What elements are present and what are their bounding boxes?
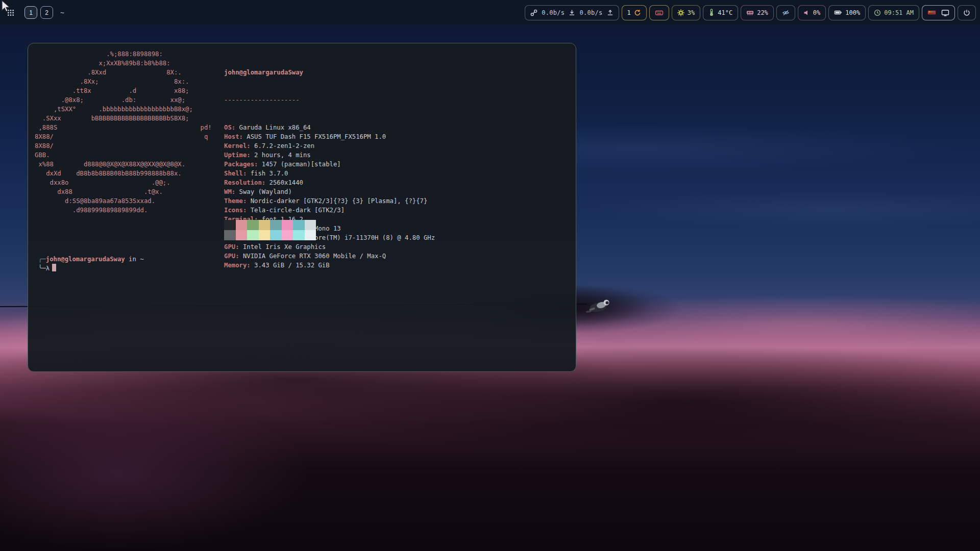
download-icon bbox=[569, 9, 575, 16]
workspace-button-2[interactable]: 2 bbox=[40, 6, 53, 19]
info-value: ASUS TUF Dash F15 FX516PM_FX516PM 1.0 bbox=[243, 133, 386, 140]
gear-icon bbox=[677, 9, 684, 16]
updates-module[interactable]: 1 bbox=[622, 5, 647, 20]
info-label: Shell: bbox=[224, 170, 247, 177]
upload-icon bbox=[607, 9, 614, 16]
status-bar-left: 1 2 ~ bbox=[4, 6, 64, 19]
info-label: Icons: bbox=[224, 207, 247, 214]
info-row: Host: ASUS TUF Dash F15 FX516PM_FX516PM … bbox=[224, 132, 435, 141]
info-row: GPU: Intel Iris Xe Graphics bbox=[224, 242, 435, 252]
prompt-user-host: john@glomargarudaSway bbox=[46, 256, 125, 263]
info-label: Theme: bbox=[224, 197, 247, 205]
rgb-keyboard-tray-icon[interactable] bbox=[927, 9, 936, 16]
fetch-title: john@glomargarudaSway bbox=[224, 68, 435, 77]
info-value: 3.43 GiB / 15.32 GiB bbox=[251, 262, 330, 269]
workspace-button-1[interactable]: 1 bbox=[24, 6, 37, 19]
color-swatch bbox=[236, 220, 248, 230]
info-value: 2 hours, 4 mins bbox=[251, 152, 311, 159]
info-row: Icons: Tela-circle-dark [GTK2/3] bbox=[224, 206, 435, 215]
status-bar: 1 2 ~ 0.0b/s 0.0b/s 1 bbox=[0, 0, 980, 25]
info-value: Garuda Linux x86_64 bbox=[235, 124, 311, 131]
info-label: Kernel: bbox=[224, 142, 251, 149]
info-row: Theme: Nordic-darker [GTK2/3]{?3} {3} [P… bbox=[224, 196, 435, 206]
idle-inhibitor-module[interactable] bbox=[776, 5, 795, 20]
fetch-separator: -------------------- bbox=[224, 95, 435, 105]
info-label: OS: bbox=[224, 124, 235, 131]
info-row: Shell: fish 3.7.0 bbox=[224, 169, 435, 178]
keyboard-layout-module[interactable] bbox=[649, 5, 669, 20]
prompt-frame-top: ╭─ bbox=[38, 256, 46, 263]
cpu-module[interactable]: 3% bbox=[672, 5, 700, 20]
info-value: Sway (Wayland) bbox=[235, 188, 292, 195]
info-row: GPU: NVIDIA GeForce RTX 3060 Mobile / Ma… bbox=[224, 252, 435, 261]
memory-value: 22% bbox=[757, 9, 768, 16]
info-value: NVIDIA GeForce RTX 3060 Mobile / Max-Q bbox=[239, 253, 386, 260]
terminal-window[interactable]: .%;888:8898898: x;XxXB%89b8:b8%b88: .8Xx… bbox=[28, 43, 576, 372]
clock-module[interactable]: 09:51 AM bbox=[868, 5, 919, 20]
info-label: Host: bbox=[224, 133, 243, 140]
battery-icon bbox=[834, 9, 842, 16]
info-row: Uptime: 2 hours, 4 mins bbox=[224, 151, 435, 160]
clock-icon bbox=[874, 9, 881, 16]
info-value: 6.7.2-zen1-2-zen bbox=[251, 142, 314, 149]
wallpaper-astronaut-figure bbox=[583, 295, 615, 319]
palette-row bbox=[224, 230, 316, 240]
prompt-line-2: ╰─λ bbox=[38, 264, 144, 273]
thermometer-icon bbox=[708, 9, 715, 16]
info-row: Packages: 1457 (pacman)[stable] bbox=[224, 160, 435, 169]
display-tray-icon[interactable] bbox=[941, 9, 949, 16]
fetch-output: john@glomargarudaSway ------------------… bbox=[224, 49, 435, 288]
color-swatch bbox=[259, 220, 271, 230]
color-swatch bbox=[259, 230, 271, 240]
updates-count: 1 bbox=[627, 9, 631, 16]
color-swatch bbox=[224, 230, 236, 240]
info-value: Tela-circle-dark [GTK2/3] bbox=[247, 207, 345, 214]
layout-indicator: ~ bbox=[60, 9, 64, 16]
battery-module[interactable]: 100% bbox=[828, 5, 866, 20]
color-swatch bbox=[236, 230, 248, 240]
eye-slash-icon bbox=[782, 9, 790, 16]
net-down-value: 0.0b/s bbox=[542, 9, 565, 16]
mouse-cursor bbox=[1, 0, 12, 12]
info-label: Resolution: bbox=[224, 179, 265, 186]
network-module[interactable]: 0.0b/s 0.0b/s bbox=[525, 5, 619, 20]
net-up-value: 0.0b/s bbox=[579, 9, 602, 16]
workspace-switcher: 1 2 bbox=[24, 6, 53, 19]
system-tray bbox=[922, 5, 955, 20]
refresh-icon bbox=[634, 9, 641, 16]
prompt-path: ~ bbox=[140, 256, 143, 263]
prompt-line-1: ╭─john@glomargarudaSway in ~ bbox=[38, 255, 144, 264]
palette-row bbox=[224, 220, 316, 230]
prompt-lambda: ╰─λ bbox=[38, 265, 50, 272]
power-icon bbox=[963, 9, 970, 16]
info-label: Memory: bbox=[224, 262, 251, 269]
info-label: GPU: bbox=[224, 243, 239, 251]
garuda-ascii-logo: .%;888:8898898: x;XxXB%89b8:b8%b88: .8Xx… bbox=[35, 49, 212, 215]
info-value: Intel Iris Xe Graphics bbox=[239, 243, 326, 251]
color-swatch bbox=[293, 220, 305, 230]
info-label: Packages: bbox=[224, 161, 258, 168]
color-swatch bbox=[270, 230, 282, 240]
color-swatch bbox=[305, 220, 316, 230]
clock-value: 09:51 AM bbox=[884, 9, 914, 16]
color-swatch bbox=[293, 230, 305, 240]
status-bar-right: 0.0b/s 0.0b/s 1 bbox=[525, 5, 976, 20]
info-row: Kernel: 6.7.2-zen1-2-zen bbox=[224, 141, 435, 151]
memory-module[interactable]: 22% bbox=[741, 5, 774, 20]
temperature-value: 41°C bbox=[718, 9, 732, 16]
info-label: WM: bbox=[224, 188, 235, 195]
info-value: 1457 (pacman)[stable] bbox=[258, 161, 340, 168]
info-label: GPU: bbox=[224, 253, 239, 260]
info-row: OS: Garuda Linux x86_64 bbox=[224, 123, 435, 132]
volume-module[interactable]: 0% bbox=[798, 5, 826, 20]
cpu-value: 3% bbox=[688, 9, 695, 16]
ram-icon bbox=[746, 9, 754, 16]
info-row: Resolution: 2560x1440 bbox=[224, 178, 435, 187]
info-value: 2560x1440 bbox=[265, 179, 303, 186]
battery-value: 100% bbox=[845, 9, 860, 16]
color-swatch bbox=[282, 220, 293, 230]
color-palette bbox=[224, 220, 316, 240]
speaker-icon bbox=[803, 9, 810, 16]
temperature-module[interactable]: 41°C bbox=[703, 5, 738, 20]
power-button[interactable] bbox=[958, 5, 976, 20]
